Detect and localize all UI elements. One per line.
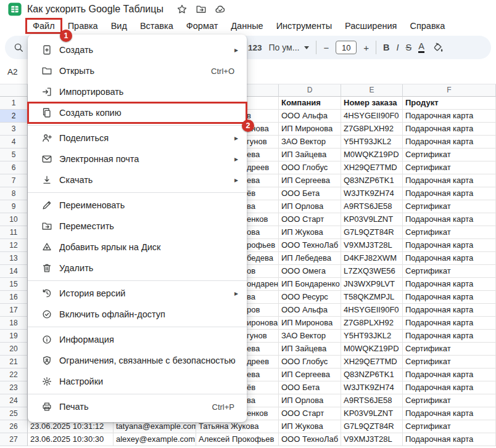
row-header-15[interactable]: 15 bbox=[0, 278, 28, 291]
cell-E4[interactable]: Y5HT93JKL2 bbox=[341, 136, 403, 149]
cell-F21[interactable]: Сертификат bbox=[403, 356, 496, 369]
row-header-11[interactable]: 11 bbox=[0, 226, 28, 239]
cell-D27[interactable]: ООО ТехноЛаб bbox=[279, 433, 341, 446]
menu-item-new-file[interactable]: Создать▸ bbox=[28, 39, 247, 60]
row-header-25[interactable]: 25 bbox=[0, 407, 28, 420]
cell-F3[interactable]: Подарочная карта bbox=[403, 123, 496, 136]
cell-E12[interactable]: V9XMJ3T28L bbox=[341, 239, 403, 252]
row-header-14[interactable]: 14 bbox=[0, 265, 28, 278]
cell-D18[interactable]: ИП Миронова bbox=[279, 317, 341, 330]
cell-D23[interactable]: ООО Бета bbox=[279, 381, 341, 394]
cell-F24[interactable]: Сертификат bbox=[403, 394, 496, 407]
cell-F25[interactable]: Подарочная карта bbox=[403, 407, 496, 420]
cell-B27[interactable]: alexey@example.com bbox=[114, 433, 196, 446]
cell-D5[interactable]: ИП Зайцева bbox=[279, 149, 341, 161]
row-header-1[interactable]: 1 bbox=[0, 97, 28, 110]
cell-F1[interactable]: Продукт bbox=[403, 97, 496, 110]
cell-E18[interactable]: Z7G8PLXH92 bbox=[341, 317, 403, 330]
text-color-button[interactable]: A bbox=[418, 42, 424, 54]
row-header-10[interactable]: 10 bbox=[0, 213, 28, 226]
menubar-item-6[interactable]: Данные bbox=[225, 20, 268, 32]
column-header-D[interactable]: D bbox=[279, 84, 341, 97]
search-icon[interactable] bbox=[11, 40, 26, 55]
menu-item-import[interactable]: Импортировать bbox=[28, 81, 247, 102]
cell-E17[interactable]: 4HSYGEII90F0 bbox=[341, 304, 403, 317]
cell-D8[interactable]: ООО Бета bbox=[279, 187, 341, 200]
cell-D19[interactable]: ЗАО Вектор bbox=[279, 330, 341, 343]
menubar-item-3[interactable]: Вид bbox=[105, 20, 133, 32]
cell-D22[interactable]: ИП Сергеева bbox=[279, 369, 341, 381]
cell-E5[interactable]: M0WQKZ19PD bbox=[341, 149, 403, 161]
row-header-13[interactable]: 13 bbox=[0, 252, 28, 265]
cell-E6[interactable]: XH29QE7TMD bbox=[341, 161, 403, 174]
row-header-6[interactable]: 6 bbox=[0, 161, 28, 174]
cell-D9[interactable]: ИП Орлова bbox=[279, 200, 341, 213]
cell-F18[interactable]: Подарочная карта bbox=[403, 317, 496, 330]
cell-D2[interactable]: ООО Альфа bbox=[279, 110, 341, 123]
cell-F14[interactable]: Сертификат bbox=[403, 265, 496, 278]
cell-D15[interactable]: ИП Бондаренко bbox=[279, 278, 341, 291]
cell-E20[interactable]: M0WQKZ19PD bbox=[341, 343, 403, 356]
menu-item-security[interactable]: Ограничения, связанные с безопасностью bbox=[28, 350, 247, 371]
row-header-18[interactable]: 18 bbox=[0, 317, 28, 330]
row-header-12[interactable]: 12 bbox=[0, 239, 28, 252]
cell-F15[interactable]: Подарочная карта bbox=[403, 278, 496, 291]
cell-E14[interactable]: L7ZXQ3WE56 bbox=[341, 265, 403, 278]
menu-item-mail[interactable]: Электронная почта▸ bbox=[28, 149, 247, 169]
row-header-4[interactable]: 4 bbox=[0, 136, 28, 149]
row-header-8[interactable]: 8 bbox=[0, 187, 28, 200]
row-header-23[interactable]: 23 bbox=[0, 381, 28, 394]
cloud-saved-icon[interactable] bbox=[213, 2, 227, 16]
menu-item-info[interactable]: Информация bbox=[28, 329, 247, 350]
italic-button[interactable]: I bbox=[396, 43, 399, 52]
menu-item-settings[interactable]: Настройки bbox=[28, 371, 247, 392]
cell-E10[interactable]: KP03V9LZNT bbox=[341, 213, 403, 226]
cell-D6[interactable]: ООО Глобус bbox=[279, 161, 341, 174]
select-all-corner[interactable] bbox=[0, 84, 28, 97]
cell-E21[interactable]: XH29QE7TMD bbox=[341, 356, 403, 369]
cell-F2[interactable]: Подарочная карта bbox=[403, 110, 496, 123]
column-header-F[interactable]: F bbox=[403, 84, 496, 97]
cell-F22[interactable]: Подарочная карта bbox=[403, 369, 496, 381]
cell-D17[interactable]: ООО Альфа bbox=[279, 304, 341, 317]
cell-D16[interactable]: ООО Ресурс bbox=[279, 291, 341, 304]
row-header-5[interactable]: 5 bbox=[0, 149, 28, 161]
fill-color-icon[interactable] bbox=[431, 41, 445, 54]
cell-E7[interactable]: Q83NZP6TK1 bbox=[341, 174, 403, 187]
row-header-27[interactable]: 27 bbox=[0, 433, 28, 446]
cell-C27[interactable]: Алексей Прокофьев bbox=[196, 433, 279, 446]
row-header-16[interactable]: 16 bbox=[0, 291, 28, 304]
cell-D25[interactable]: ООО Старт bbox=[279, 407, 341, 420]
increase-font-size-button[interactable]: + bbox=[363, 43, 369, 53]
font-size-input[interactable]: 10 bbox=[336, 41, 357, 54]
menubar-item-5[interactable]: Формат bbox=[181, 20, 224, 32]
cell-E24[interactable]: A9RTS6JE58 bbox=[341, 394, 403, 407]
cell-E8[interactable]: W3JTK9ZH74 bbox=[341, 187, 403, 200]
row-header-2[interactable]: 2 bbox=[0, 110, 28, 123]
cell-D7[interactable]: ИП Сергеева bbox=[279, 174, 341, 187]
row-header-24[interactable]: 24 bbox=[0, 394, 28, 407]
star-icon[interactable] bbox=[175, 2, 189, 16]
bold-button[interactable]: B bbox=[383, 43, 389, 52]
cell-F9[interactable]: Сертификат bbox=[403, 200, 496, 213]
cell-D24[interactable]: ИП Орлова bbox=[279, 394, 341, 407]
menu-item-offline-check[interactable]: Включить офлайн-доступ bbox=[28, 304, 247, 325]
cell-F19[interactable]: Подарочная карта bbox=[403, 330, 496, 343]
move-to-folder-icon[interactable] bbox=[194, 2, 208, 16]
cell-E27[interactable]: V9XMJ3T28L bbox=[341, 433, 403, 446]
row-header-22[interactable]: 22 bbox=[0, 369, 28, 381]
menu-item-pencil[interactable]: Переименовать bbox=[28, 195, 247, 216]
cell-D20[interactable]: ИП Зайцева bbox=[279, 343, 341, 356]
menu-item-person-add[interactable]: Поделиться▸ bbox=[28, 128, 247, 149]
row-header-19[interactable]: 19 bbox=[0, 330, 28, 343]
cell-E26[interactable]: G7L9QZT84R bbox=[341, 420, 403, 433]
cell-E3[interactable]: Z7G8PLXH92 bbox=[341, 123, 403, 136]
menubar-item-9[interactable]: Справка bbox=[404, 20, 450, 32]
menubar-item-1[interactable]: Файл bbox=[27, 20, 60, 32]
menu-item-history[interactable]: История версий▸ bbox=[28, 283, 247, 304]
cell-D26[interactable]: ИП Жукова bbox=[279, 420, 341, 433]
cell-E11[interactable]: G7L9QZT84R bbox=[341, 226, 403, 239]
row-header-26[interactable]: 26 bbox=[0, 420, 28, 433]
number-format-button[interactable]: 123 bbox=[248, 43, 262, 52]
cell-D21[interactable]: ООО Глобус bbox=[279, 356, 341, 369]
